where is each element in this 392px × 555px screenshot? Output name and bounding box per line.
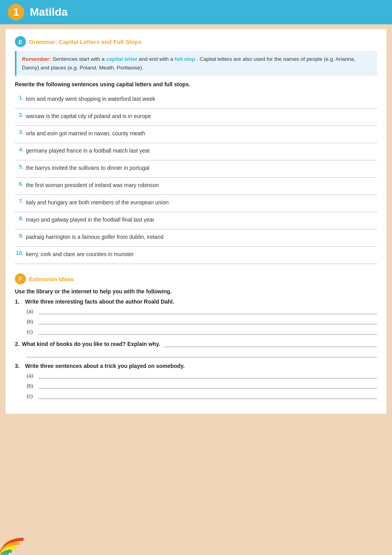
item-number-10: 10. — [15, 250, 24, 256]
extension-instructions: Use the library or the internet to help … — [15, 288, 377, 295]
item-text-8: mayo and galway played in the football f… — [26, 215, 377, 224]
list-item: 2. warsaw is the capital city of poland … — [15, 109, 377, 126]
item-text-9: padraig harrington is a famous golfer fr… — [26, 233, 377, 241]
ext-item-num-3: 3. — [15, 363, 23, 369]
item-number-1: 1. — [15, 95, 24, 101]
item-text-1: tom and mandy went shopping in waterford… — [26, 95, 377, 103]
ext-item-text-1: Write three interesting facts about the … — [25, 298, 174, 305]
extension-item-3-label: 3. Write three sentences about a trick y… — [15, 363, 377, 369]
answer-line-3c[interactable] — [38, 392, 377, 399]
extension-item-3: 3. Write three sentences about a trick y… — [15, 363, 377, 399]
ext-item-text-2: What kind of books do you like to read? … — [22, 341, 160, 347]
rainbow-decoration — [0, 531, 24, 555]
exercise-instructions: Rewrite the following sentences using ca… — [15, 81, 377, 87]
sub-label-1a: (a) — [27, 308, 35, 314]
extension-item-2: 2. What kind of books do you like to rea… — [15, 340, 377, 357]
item-number-3: 3. — [15, 129, 24, 135]
item-text-2: warsaw is the capital city of poland and… — [26, 112, 377, 120]
sub-label-3c: (c) — [27, 393, 35, 399]
ext-item-2-row: 2. What kind of books do you like to rea… — [15, 340, 377, 347]
item-text-4: germany played france in a football matc… — [26, 146, 377, 155]
list-item: 4. germany played france in a football m… — [15, 143, 377, 160]
answer-line-1a[interactable] — [38, 307, 377, 314]
sub-item-1a: (a) — [27, 307, 377, 314]
ext-item-num-2: 2. — [15, 341, 20, 347]
list-item: 10. kerry, cork and clare are counties i… — [15, 247, 377, 264]
item-text-10: kerry, cork and clare are counties in mu… — [26, 250, 377, 258]
list-item: 1. tom and mandy went shopping in waterf… — [15, 91, 377, 109]
remember-box: Remember: Sentences start with a capital… — [15, 51, 377, 76]
extension-item-2-label: 2. What kind of books do you like to rea… — [15, 341, 160, 347]
remember-text-2: and end with a — [139, 56, 175, 62]
item-number-2: 2. — [15, 112, 24, 118]
sub-label-3a: (a) — [27, 373, 35, 378]
item-text-3: orla and eoin got married in navan, coun… — [26, 129, 377, 138]
sub-label-1c: (c) — [27, 329, 35, 335]
remember-label: Remember: — [22, 56, 51, 62]
section-f: F Extension Ideas Use the library or the… — [15, 273, 377, 399]
item-text-7: italy and hungary are both members of th… — [26, 198, 377, 207]
section-e-badge: E — [15, 36, 26, 47]
answer-line-1c[interactable] — [38, 328, 377, 335]
extension-item-1: 1. Write three interesting facts about t… — [15, 298, 377, 335]
ext-item-num-1: 1. — [15, 298, 23, 305]
answer-line-3a[interactable] — [38, 371, 377, 378]
main-content: E Grammar: Capital Letters and Full Stop… — [5, 29, 387, 414]
item-text-5: the barrys invited the sullivans to dinn… — [26, 164, 377, 172]
sub-item-3a: (a) — [27, 371, 377, 378]
sub-item-3c: (c) — [27, 392, 377, 399]
answer-line-2-extra[interactable] — [27, 350, 377, 357]
item-number-5: 5. — [15, 164, 24, 170]
list-item: 6. the first woman president of ireland … — [15, 178, 377, 195]
section-f-badge: F — [15, 273, 26, 284]
section-f-title: Extension Ideas — [29, 276, 74, 282]
sub-item-1c: (c) — [27, 328, 377, 335]
section-f-header: F Extension Ideas — [15, 273, 377, 284]
sub-item-1b: (b) — [27, 317, 377, 324]
item-number-8: 8. — [15, 215, 24, 222]
sub-label-1b: (b) — [27, 318, 35, 324]
remember-highlight-2: full stop — [175, 56, 196, 62]
item-text-6: the first woman president of ireland was… — [26, 181, 377, 189]
item-number-7: 7. — [15, 198, 24, 204]
section-e-header: E Grammar: Capital Letters and Full Stop… — [15, 36, 377, 47]
item-number-4: 4. — [15, 146, 24, 153]
remember-highlight-1: capital letter — [106, 56, 138, 62]
list-item: 3. orla and eoin got married in navan, c… — [15, 126, 377, 143]
answer-line-1b[interactable] — [38, 317, 377, 324]
remember-text-1: Sentences start with a — [53, 56, 106, 62]
answer-line-3b[interactable] — [38, 382, 377, 389]
list-item: 8. mayo and galway played in the footbal… — [15, 212, 377, 229]
item-number-6: 6. — [15, 181, 24, 187]
list-item: 9. padraig harrington is a famous golfer… — [15, 229, 377, 247]
chapter-number: 1 — [8, 4, 24, 20]
sub-label-3b: (b) — [27, 383, 35, 389]
ext-item-text-3: Write three sentences about a trick you … — [25, 363, 185, 369]
item-number-9: 9. — [15, 233, 24, 239]
list-item: 7. italy and hungary are both members of… — [15, 195, 377, 212]
sub-item-3b: (b) — [27, 382, 377, 389]
answer-line-2[interactable] — [163, 340, 377, 347]
list-item: 5. the barrys invited the sullivans to d… — [15, 160, 377, 178]
extension-item-1-label: 1. Write three interesting facts about t… — [15, 298, 377, 305]
chapter-title: Matilda — [30, 6, 67, 18]
section-e-title: Grammar: Capital Letters and Full Stops — [29, 38, 142, 45]
exercise-list: 1. tom and mandy went shopping in waterf… — [15, 91, 377, 264]
page-header: 1 Matilda — [0, 0, 392, 24]
